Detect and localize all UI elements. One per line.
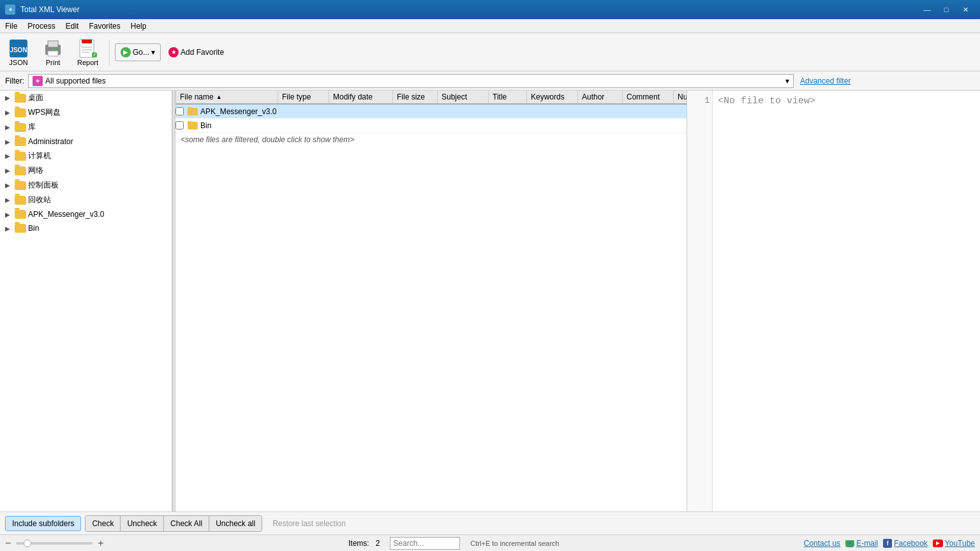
svg-text:✓: ✓ — [92, 52, 96, 57]
file-cell-name: Bin — [184, 121, 286, 130]
row-checkbox[interactable] — [175, 107, 184, 115]
col-header-keywords[interactable]: Keywords — [527, 91, 578, 103]
maximize-button[interactable]: □ — [937, 3, 956, 16]
col-header-moddate[interactable]: Modify date — [329, 91, 393, 103]
search-hint: Ctrl+E to incremental search — [470, 540, 559, 547]
expand-icon: ▶ — [3, 122, 13, 133]
search-input[interactable] — [393, 539, 457, 548]
col-header-title[interactable]: Title — [489, 91, 527, 103]
uncheck-button[interactable]: Uncheck — [121, 516, 164, 531]
sidebar-item-library[interactable]: ▶ 库 — [0, 120, 172, 135]
bottom-bar: Include subfolders Check Uncheck Check A… — [0, 511, 980, 534]
report-button[interactable]: ✓ Report — [71, 36, 104, 69]
folder-icon — [15, 108, 26, 117]
col-header-comment[interactable]: Comment — [623, 91, 674, 103]
status-bar: − + Items: 2 Ctrl+E to incremental searc… — [0, 534, 980, 551]
folder-icon — [15, 196, 26, 205]
sidebar-item-recycle[interactable]: ▶ 回收站 — [0, 193, 172, 207]
filter-bar: Filter: ◈ All supported files ▾ Advanced… — [0, 71, 980, 91]
svg-rect-3 — [48, 41, 58, 47]
sidebar-item-control-panel[interactable]: ▶ 控制面板 — [0, 178, 172, 193]
xml-viewer: 1 <No file to view> — [687, 91, 980, 511]
sidebar-item-administrator[interactable]: ▶ Administrator — [0, 135, 172, 149]
filtered-message[interactable]: <some files are filtered, double click t… — [175, 133, 687, 147]
favorite-icon: ★ — [168, 47, 179, 57]
json-icon: JSON — [8, 38, 29, 59]
filter-dropdown[interactable]: ◈ All supported files ▾ — [28, 74, 794, 88]
col-header-filesize[interactable]: File size — [393, 91, 438, 103]
expand-icon: ▶ — [3, 223, 13, 233]
check-button[interactable]: Check — [85, 516, 121, 531]
sidebar-item-apk[interactable]: ▶ APK_Messenger_v3.0 — [0, 207, 172, 221]
facebook-link[interactable]: f Facebook — [883, 539, 928, 548]
go-dropdown-arrow: ▾ — [151, 48, 155, 57]
sort-arrow: ▲ — [216, 94, 222, 100]
file-list-header: File name ▲ File type Modify date File s… — [175, 91, 687, 105]
folder-icon — [15, 210, 26, 219]
zoom-thumb[interactable] — [24, 540, 31, 547]
folder-icon — [15, 123, 26, 132]
menu-file[interactable]: File — [0, 19, 22, 33]
search-box[interactable] — [390, 537, 460, 550]
expand-icon: ▶ — [3, 209, 13, 219]
advanced-filter-button[interactable]: Advanced filter — [798, 75, 853, 87]
folder-icon — [15, 224, 26, 233]
minimize-button[interactable]: — — [917, 3, 937, 16]
sidebar-item-wps[interactable]: ▶ WPS网盘 — [0, 105, 172, 120]
email-icon: ✉ — [845, 540, 854, 547]
table-row[interactable]: APK_Messenger_v3.0 — [175, 105, 687, 119]
menu-favorites[interactable]: Favorites — [84, 19, 125, 33]
table-row[interactable]: Bin — [175, 119, 687, 133]
zoom-plus-button[interactable]: + — [98, 538, 103, 549]
col-header-filename[interactable]: File name ▲ — [176, 91, 278, 103]
col-header-author[interactable]: Author — [578, 91, 623, 103]
toolbar: JSON JSON Print ✓ — [0, 33, 980, 71]
go-button[interactable]: ▶ Go... ▾ — [115, 43, 161, 61]
expand-icon: ▶ — [3, 166, 13, 176]
folder-icon — [188, 122, 198, 129]
folder-icon — [15, 94, 26, 103]
expand-icon: ▶ — [3, 136, 13, 147]
json-button[interactable]: JSON JSON — [3, 36, 34, 69]
sidebar-item-network[interactable]: ▶ 网络 — [0, 163, 172, 178]
footer-links: Contact us ✉ E-mail f Facebook ▶ YouTube — [804, 539, 975, 548]
folder-icon — [15, 137, 26, 146]
menu-process[interactable]: Process — [22, 19, 60, 33]
sidebar-item-computer[interactable]: ▶ 计算机 — [0, 149, 172, 163]
youtube-icon: ▶ — [933, 540, 943, 547]
add-favorite-button[interactable]: ★ Add Favorite — [163, 43, 229, 61]
print-button[interactable]: Print — [37, 36, 69, 69]
folder-icon — [15, 166, 26, 175]
filter-icon: ◈ — [33, 76, 43, 86]
folder-icon — [15, 152, 26, 161]
expand-icon: ▶ — [3, 195, 13, 205]
facebook-icon: f — [883, 539, 892, 548]
include-subfolders-button[interactable]: Include subfolders — [5, 516, 81, 531]
uncheck-all-button[interactable]: Uncheck all — [209, 516, 262, 531]
close-button[interactable]: ✕ — [956, 3, 975, 16]
sidebar-item-bin[interactable]: ▶ Bin — [0, 221, 172, 235]
row-checkbox[interactable] — [175, 121, 184, 129]
zoom-bar[interactable] — [16, 542, 93, 545]
title-bar: ✦ Total XML Viewer — □ ✕ — [0, 0, 980, 19]
email-link[interactable]: ✉ E-mail — [845, 539, 878, 548]
menu-help[interactable]: Help — [126, 19, 152, 33]
check-all-button[interactable]: Check All — [164, 516, 209, 531]
col-header-subject[interactable]: Subject — [438, 91, 489, 103]
youtube-link[interactable]: ▶ YouTube — [933, 539, 975, 548]
restore-last-selection-button[interactable]: Restore last selection — [266, 516, 352, 531]
menu-edit[interactable]: Edit — [61, 19, 84, 33]
col-header-numpages[interactable]: Number of Pages — [674, 91, 687, 103]
filter-dropdown-arrow: ▾ — [785, 77, 789, 85]
window-controls: — □ ✕ — [917, 3, 975, 16]
expand-icon: ▶ — [3, 108, 13, 118]
app-icon: ✦ — [5, 4, 15, 15]
zoom-minus-button[interactable]: − — [5, 538, 11, 549]
go-icon: ▶ — [121, 47, 131, 57]
contact-us-link[interactable]: Contact us — [804, 539, 840, 548]
sidebar-item-desktop[interactable]: ▶ 桌面 — [0, 91, 172, 105]
svg-point-5 — [56, 48, 58, 50]
filter-value: All supported files — [45, 77, 106, 85]
col-header-filetype[interactable]: File type — [278, 91, 329, 103]
sidebar-tree: ▶ 桌面 ▶ WPS网盘 ▶ 库 ▶ Administrator ▶ 计算机 ▶… — [0, 91, 172, 511]
